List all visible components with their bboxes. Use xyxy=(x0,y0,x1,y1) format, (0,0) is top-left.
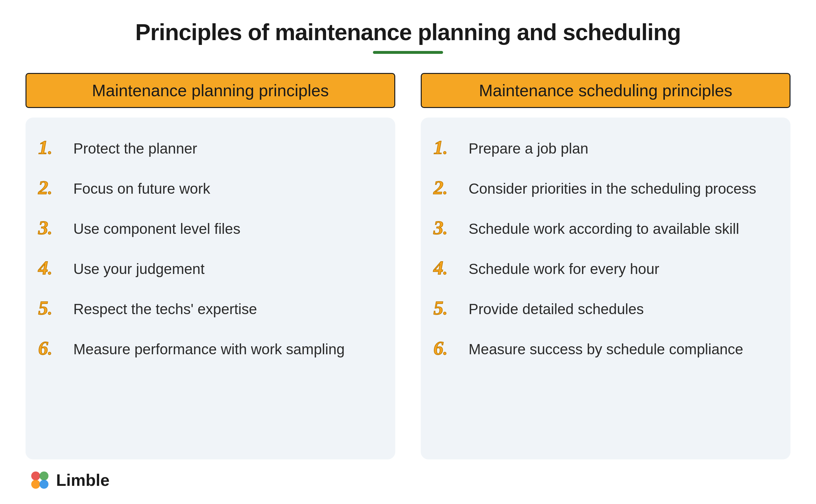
list-item: 4. Schedule work for every hour xyxy=(434,248,778,288)
left-items-container: 1. Protect the planner 2. Focus on futur… xyxy=(25,118,395,459)
svg-point-0 xyxy=(31,472,40,480)
svg-point-3 xyxy=(40,480,48,489)
item-text: Schedule work for every hour xyxy=(466,256,659,279)
list-item: 4. Use your judgement xyxy=(38,248,382,288)
list-item: 1. Protect the planner xyxy=(38,127,382,167)
list-item: 6. Measure performance with work samplin… xyxy=(38,328,382,368)
item-number: 5. xyxy=(434,298,448,318)
number-wrapper: 3. xyxy=(38,216,70,237)
item-text: Provide detailed schedules xyxy=(466,297,644,319)
item-text: Protect the planner xyxy=(70,136,197,158)
list-item: 1. Prepare a job plan xyxy=(434,127,778,167)
list-item: 2. Focus on future work xyxy=(38,167,382,207)
item-text: Measure performance with work sampling xyxy=(70,337,344,359)
number-wrapper: 3. xyxy=(434,216,466,237)
item-text: Consider priorities in the scheduling pr… xyxy=(466,176,756,198)
item-number: 2. xyxy=(434,177,448,197)
list-item: 3. Schedule work according to available … xyxy=(434,207,778,248)
item-text: Respect the techs' expertise xyxy=(70,297,257,319)
left-column-header: Maintenance planning principles xyxy=(25,73,395,108)
number-wrapper: 5. xyxy=(434,297,466,318)
limble-logo-text: Limble xyxy=(56,471,110,490)
list-item: 6. Measure success by schedule complianc… xyxy=(434,328,778,368)
right-items-container: 1. Prepare a job plan 2. Consider priori… xyxy=(421,118,791,459)
item-number: 5. xyxy=(38,298,52,318)
page-title: Principles of maintenance planning and s… xyxy=(135,19,681,45)
item-text: Prepare a job plan xyxy=(466,136,589,158)
number-wrapper: 4. xyxy=(38,256,70,277)
item-number: 4. xyxy=(38,258,52,277)
logo-container: Limble xyxy=(29,469,110,491)
item-number: 3. xyxy=(38,218,52,237)
columns-container: Maintenance planning principles 1. Prote… xyxy=(25,73,791,459)
item-number: 1. xyxy=(38,137,52,157)
svg-point-2 xyxy=(31,480,40,489)
left-column: Maintenance planning principles 1. Prote… xyxy=(25,73,395,459)
title-underline xyxy=(373,51,443,54)
item-text: Use component level files xyxy=(70,216,240,239)
right-column: Maintenance scheduling principles 1. Pre… xyxy=(421,73,791,459)
svg-point-1 xyxy=(40,472,48,480)
number-wrapper: 1. xyxy=(38,136,70,157)
item-text: Schedule work according to available ski… xyxy=(466,216,739,239)
item-number: 4. xyxy=(434,258,448,277)
footer: Limble xyxy=(25,469,791,491)
number-wrapper: 2. xyxy=(38,176,70,197)
number-wrapper: 6. xyxy=(434,337,466,358)
number-wrapper: 4. xyxy=(434,256,466,277)
item-number: 2. xyxy=(38,177,52,197)
item-text: Measure success by schedule compliance xyxy=(466,337,743,359)
list-item: 5. Provide detailed schedules xyxy=(434,288,778,328)
list-item: 2. Consider priorities in the scheduling… xyxy=(434,167,778,207)
number-wrapper: 1. xyxy=(434,136,466,157)
item-number: 6. xyxy=(38,338,52,358)
limble-logo-icon xyxy=(29,469,51,491)
number-wrapper: 5. xyxy=(38,297,70,318)
item-text: Use your judgement xyxy=(70,256,205,279)
list-item: 5. Respect the techs' expertise xyxy=(38,288,382,328)
right-column-header: Maintenance scheduling principles xyxy=(421,73,791,108)
list-item: 3. Use component level files xyxy=(38,207,382,248)
item-number: 1. xyxy=(434,137,448,157)
number-wrapper: 6. xyxy=(38,337,70,358)
item-number: 6. xyxy=(434,338,448,358)
item-text: Focus on future work xyxy=(70,176,210,198)
item-number: 3. xyxy=(434,218,448,237)
number-wrapper: 2. xyxy=(434,176,466,197)
